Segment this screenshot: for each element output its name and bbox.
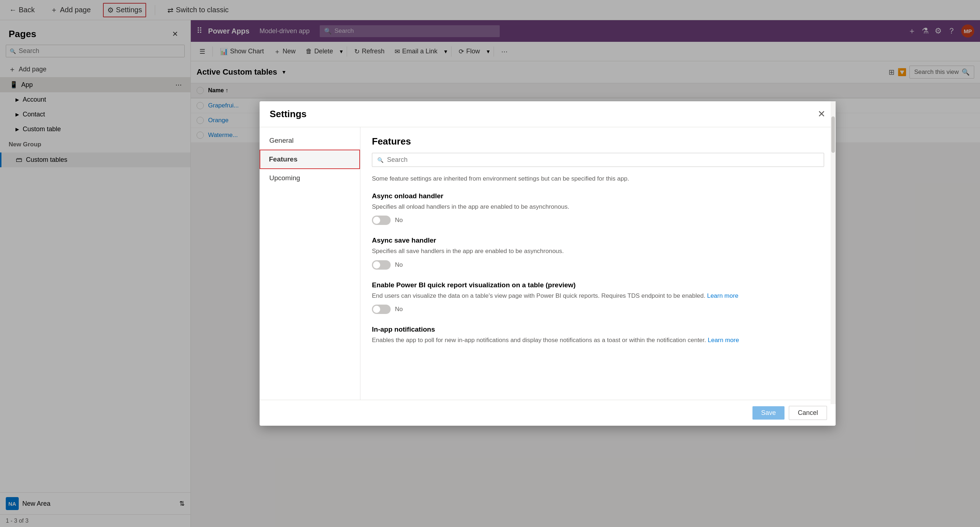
cancel-button[interactable]: Cancel [789, 406, 827, 420]
dialog-title: Settings [270, 109, 307, 120]
features-note: Some feature settings are inherited from… [372, 174, 824, 184]
feature-power-bi-value: No [395, 306, 403, 313]
feature-async-save-name: Async save handler [372, 236, 824, 244]
settings-dialog: Settings ✕ General Features Upcoming Fea… [259, 101, 836, 426]
general-label: General [269, 137, 294, 144]
feature-power-bi-desc: End users can visualize the data on a ta… [372, 291, 824, 301]
upcoming-label: Upcoming [269, 174, 300, 182]
in-app-notif-learn-more-link[interactable]: Learn more [708, 337, 739, 343]
settings-nav: General Features Upcoming [259, 127, 360, 400]
dialog-header: Settings ✕ [259, 101, 836, 127]
feature-power-bi-toggle-row: No [372, 305, 824, 314]
feature-async-save-desc: Specifies all save handlers in the app a… [372, 247, 824, 256]
features-search-input[interactable] [387, 156, 819, 164]
scrollbar-thumb[interactable] [831, 127, 835, 153]
features-title: Features [372, 136, 824, 147]
feature-async-onload-value: No [395, 217, 403, 224]
settings-nav-upcoming[interactable]: Upcoming [259, 169, 360, 187]
feature-power-bi-toggle[interactable] [372, 305, 391, 314]
feature-async-onload-name: Async onload handler [372, 192, 824, 200]
dialog-footer: Save Cancel [259, 400, 836, 426]
features-panel: Features 🔍 Some feature settings are inh… [360, 127, 836, 400]
feature-in-app-notif-name: In-app notifications [372, 326, 824, 334]
feature-in-app-notif-desc: Enables the app to poll for new in-app n… [372, 335, 824, 345]
feature-in-app-notif: In-app notifications Enables the app to … [372, 326, 824, 345]
feature-power-bi-name: Enable Power BI quick report visualizati… [372, 281, 824, 289]
feature-async-save-toggle[interactable] [372, 260, 391, 270]
feature-async-save-value: No [395, 261, 403, 268]
feature-async-onload-toggle-row: No [372, 216, 824, 225]
save-button[interactable]: Save [752, 406, 784, 420]
feature-async-save-toggle-row: No [372, 260, 824, 270]
feature-async-save: Async save handler Specifies all save ha… [372, 236, 824, 270]
dialog-close-button[interactable]: ✕ [818, 109, 826, 120]
feature-async-onload: Async onload handler Specifies all onloa… [372, 192, 824, 225]
search-icon-features: 🔍 [377, 157, 383, 163]
scrollbar-track[interactable] [830, 127, 836, 400]
feature-async-onload-desc: Specifies all onload handlers in the app… [372, 202, 824, 212]
settings-nav-features[interactable]: Features [259, 150, 360, 169]
power-bi-learn-more-link[interactable]: Learn more [707, 292, 738, 299]
feature-async-onload-toggle[interactable] [372, 216, 391, 225]
settings-nav-general[interactable]: General [259, 132, 360, 150]
features-label: Features [269, 155, 298, 163]
dialog-body: General Features Upcoming Features 🔍 Som… [259, 127, 836, 400]
features-search-box[interactable]: 🔍 [372, 153, 824, 167]
feature-power-bi: Enable Power BI quick report visualizati… [372, 281, 824, 314]
